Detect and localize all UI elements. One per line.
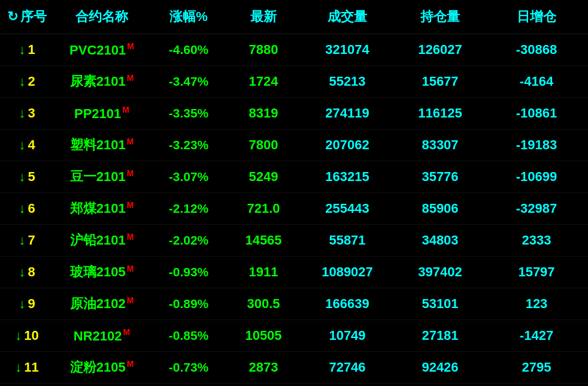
cell-volume: 72746 [299,360,395,375]
cell-daily: 2333 [485,233,588,248]
cell-seq: ↓ 4 [0,137,54,153]
down-arrow-icon: ↓ [19,137,25,153]
cell-name: 豆一2101M [54,168,150,186]
table-body: ↓ 1 PVC2101M -4.60% 7880 321074 126027 -… [0,34,588,384]
refresh-icon[interactable]: ↻ [7,9,18,25]
cell-oi: 83307 [395,137,485,153]
volume-value: 55213 [329,74,365,89]
latest-value: 7880 [249,42,278,57]
change-value: -0.89% [169,297,209,310]
cell-name: 原油2102M [54,295,150,313]
cell-daily: -10699 [485,169,588,185]
down-arrow-icon: ↓ [19,169,25,185]
cell-daily: 15797 [485,264,588,280]
cell-seq: ↓ 8 [0,264,54,280]
cell-volume: 1089027 [299,264,395,280]
cell-change: -4.60% [150,43,228,57]
cell-daily: -30868 [485,42,588,58]
cell-change: -0.89% [150,297,228,311]
contract-name-text: 沪铅2101M [70,233,134,248]
volume-value: 163215 [325,169,369,184]
contract-name-text: 郑煤2101M [70,201,134,216]
cell-latest: 14565 [228,233,299,248]
contract-m-badge: M [127,232,134,242]
latest-value: 10505 [245,328,281,343]
header-name: 合约名称 [54,8,150,26]
change-value: -2.02% [169,233,209,247]
oi-value: 35776 [422,169,458,184]
change-value: -2.12% [169,201,209,215]
cell-latest: 7800 [228,137,299,153]
cell-volume: 255443 [299,201,395,216]
cell-volume: 274119 [299,105,395,121]
contract-m-badge: M [127,295,134,305]
cell-daily: -1427 [485,328,588,343]
cell-name: 沪铅2101M [54,231,150,249]
cell-latest: 8319 [228,105,299,121]
daily-value: 15797 [518,264,554,279]
cell-latest: 1911 [228,264,299,280]
cell-name: 淀粉2105M [54,358,150,376]
oi-value: 85906 [422,201,458,216]
change-value: -0.85% [169,328,209,342]
cell-latest: 721.0 [228,201,299,216]
contract-m-badge: M [127,73,134,83]
cell-seq: ↓ 7 [0,233,54,248]
cell-seq: ↓ 9 [0,296,54,312]
oi-value: 15677 [422,74,458,89]
oi-value: 83307 [422,137,458,152]
table-row[interactable]: ↓ 7 沪铅2101M -2.02% 14565 55871 34803 233… [0,225,588,257]
daily-value: -19183 [516,137,557,152]
cell-latest: 1724 [228,74,299,89]
cell-change: -0.93% [150,265,228,279]
down-arrow-icon: ↓ [19,296,25,312]
oi-value: 92426 [422,360,458,375]
cell-daily: -32987 [485,201,588,216]
table-row[interactable]: ↓ 1 PVC2101M -4.60% 7880 321074 126027 -… [0,34,588,66]
cell-volume: 163215 [299,169,395,185]
cell-volume: 55871 [299,233,395,248]
contract-m-badge: M [127,200,134,210]
cell-latest: 300.5 [228,296,299,312]
oi-value: 27181 [422,328,458,343]
header-latest: 最新 [228,8,299,26]
cell-oi: 85906 [395,201,485,216]
cell-name: 塑料2101M [54,136,150,154]
latest-value: 721.0 [247,201,280,216]
main-table: ↻序号 合约名称 涨幅% 最新 成交量 持仓量 日增仓 ↓ 1 [0,0,588,386]
change-value: -0.73% [169,360,209,374]
row-number: 7 [28,233,35,248]
cell-seq: ↓ 10 [0,328,54,343]
contract-m-badge: M [127,168,134,178]
table-row[interactable]: ↓ 4 塑料2101M -3.23% 7800 207062 83307 -19… [0,129,588,161]
table-row[interactable]: ↓ 9 原油2102M -0.89% 300.5 166639 53101 12… [0,288,588,320]
latest-value: 8319 [249,105,278,120]
cell-oi: 116125 [395,105,485,121]
cell-change: -3.07% [150,170,228,184]
table-row[interactable]: ↓ 2 尿素2101M -3.47% 1724 55213 15677 -416… [0,66,588,98]
contract-m-badge: M [123,327,131,337]
table-header: ↻序号 合约名称 涨幅% 最新 成交量 持仓量 日增仓 [0,0,588,34]
volume-value: 166639 [325,296,369,311]
cell-volume: 207062 [299,137,395,153]
cell-latest: 2873 [228,360,299,375]
table-row[interactable]: ↓ 5 豆一2101M -3.07% 5249 163215 35776 -10… [0,161,588,193]
cell-volume: 321074 [299,42,395,58]
contract-m-badge: M [127,137,134,146]
row-number: 2 [28,74,35,89]
contract-name-text: 尿素2101M [70,74,134,89]
cell-daily: -10861 [485,105,588,121]
header-volume: 成交量 [299,8,395,26]
table-row[interactable]: ↓ 3 PP2101M -3.35% 8319 274119 116125 -1… [0,98,588,129]
down-arrow-icon: ↓ [19,42,25,58]
volume-value: 10749 [329,328,365,343]
table-row[interactable]: ↓ 11 淀粉2105M -0.73% 2873 72746 92426 279… [0,352,588,384]
change-value: -3.47% [169,74,209,88]
cell-oi: 35776 [395,169,485,185]
row-number: 6 [28,201,35,216]
table-row[interactable]: ↓ 10 NR2102M -0.85% 10505 10749 27181 -1… [0,320,588,352]
cell-oi: 27181 [395,328,485,343]
table-row[interactable]: ↓ 8 玻璃2105M -0.93% 1911 1089027 397402 1… [0,257,588,288]
change-value: -0.93% [169,265,209,279]
table-row[interactable]: ↓ 6 郑煤2101M -2.12% 721.0 255443 85906 -3… [0,193,588,225]
